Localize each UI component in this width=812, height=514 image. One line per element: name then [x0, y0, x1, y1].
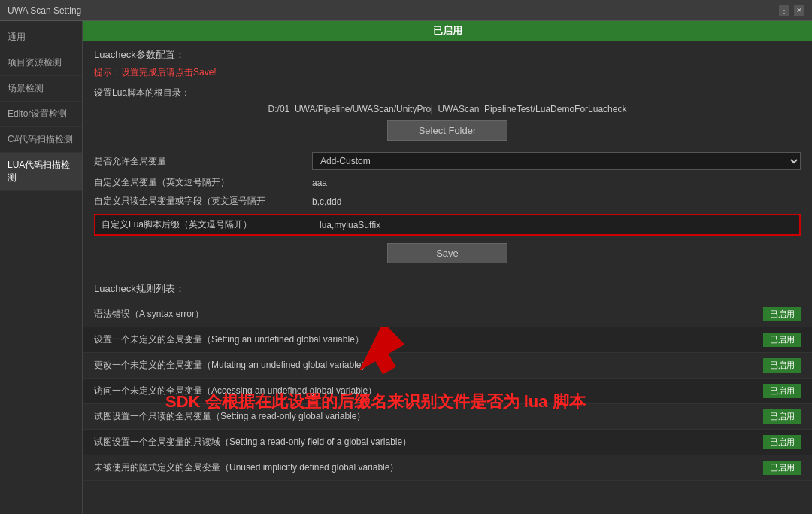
luacheck-section-title: Luacheck参数配置：	[94, 48, 801, 62]
rule-badge-4: 已启用	[763, 384, 801, 398]
rule-row-5: 试图设置一个只读的全局变量（Setting a read-only global…	[83, 404, 812, 430]
suffix-label: 自定义Lua脚本后缀（英文逗号隔开）	[102, 218, 312, 231]
window-title: UWA Scan Setting	[8, 5, 81, 16]
rule-badge-1: 已启用	[763, 307, 801, 321]
menu-button[interactable]: ⋮	[779, 5, 789, 16]
rule-row-4: 访问一个未定义的全局变量（Accessing an undefined glob…	[83, 379, 812, 404]
custom-global-label: 自定义全局变量（英文逗号隔开）	[94, 176, 304, 189]
rule-text-4: 访问一个未定义的全局变量（Accessing an undefined glob…	[94, 385, 377, 397]
save-button[interactable]: Save	[387, 243, 508, 263]
allow-global-select[interactable]: Add-Custom true false	[312, 152, 801, 170]
readonly-global-label: 自定义只读全局变量或字段（英文逗号隔开	[94, 195, 304, 208]
rule-badge-5: 已启用	[763, 409, 801, 424]
rule-badge-2: 已启用	[763, 333, 801, 347]
rule-text-5: 试图设置一个只读的全局变量（Setting a read-only global…	[94, 410, 365, 423]
select-folder-button[interactable]: Select Folder	[387, 120, 508, 141]
rule-text-6: 试图设置一个全局变量的只读域（Setting a read-only field…	[94, 436, 411, 449]
suffix-row: 自定义Lua脚本后缀（英文逗号隔开） lua,myluaSuffix	[94, 214, 801, 236]
rule-row-7: 未被使用的隐式定义的全局变量（Unused implicitly defined…	[83, 455, 812, 481]
rule-text-3: 更改一个未定义的全局变量（Mutating an undefined globa…	[94, 359, 370, 372]
sidebar: 通用 项目资源检测 场景检测 Editor设置检测 C#代码扫描检测 LUA代码…	[0, 21, 83, 514]
rule-row-2: 设置一个未定义的全局变量（Setting an undefined global…	[83, 327, 812, 353]
hint-text: 提示：设置完成后请点击Save!	[94, 66, 801, 79]
readonly-global-row: 自定义只读全局变量或字段（英文逗号隔开 b,c,ddd	[94, 195, 801, 208]
rule-badge-3: 已启用	[763, 358, 801, 373]
status-text: 已启用	[433, 25, 462, 36]
close-button[interactable]: ✕	[794, 5, 804, 16]
title-bar: UWA Scan Setting ⋮ ✕	[0, 0, 812, 21]
window-controls: ⋮ ✕	[779, 5, 804, 16]
rules-section-title: Luacheck规则列表：	[83, 282, 812, 296]
sidebar-item-scene[interactable]: 场景检测	[0, 76, 82, 102]
allow-global-row: 是否允许全局变量 Add-Custom true false	[94, 152, 801, 170]
rule-badge-7: 已启用	[763, 461, 801, 475]
main-layout: 通用 项目资源检测 场景检测 Editor设置检测 C#代码扫描检测 LUA代码…	[0, 21, 812, 514]
rule-badge-6: 已启用	[763, 435, 801, 449]
rule-row-1: 语法错误（A syntax error） 已启用	[83, 302, 812, 327]
sidebar-item-editor[interactable]: Editor设置检测	[0, 102, 82, 127]
sidebar-item-general[interactable]: 通用	[0, 25, 82, 50]
custom-global-value: aaa	[312, 178, 327, 188]
suffix-value: lua,myluaSuffix	[320, 220, 793, 230]
luacheck-section: Luacheck参数配置： 提示：设置完成后请点击Save! 设置Lua脚本的根…	[83, 41, 812, 282]
sidebar-item-csharp[interactable]: C#代码扫描检测	[0, 127, 82, 153]
rule-text-2: 设置一个未定义的全局变量（Setting an undefined global…	[94, 333, 364, 346]
content-area: 已启用 Luacheck参数配置： 提示：设置完成后请点击Save! 设置Lua…	[83, 21, 812, 514]
rule-text-7: 未被使用的隐式定义的全局变量（Unused implicitly defined…	[94, 461, 398, 474]
root-dir-label: 设置Lua脚本的根目录：	[94, 87, 801, 99]
rule-row-3: 更改一个未定义的全局变量（Mutating an undefined globa…	[83, 353, 812, 379]
custom-global-row: 自定义全局变量（英文逗号隔开） aaa	[94, 176, 801, 189]
readonly-global-value: b,c,ddd	[312, 196, 341, 207]
status-bar: 已启用	[83, 21, 812, 41]
rule-row-6: 试图设置一个全局变量的只读域（Setting a read-only field…	[83, 430, 812, 455]
rule-text-1: 语法错误（A syntax error）	[94, 308, 204, 321]
sidebar-item-project[interactable]: 项目资源检测	[0, 50, 82, 76]
allow-global-label: 是否允许全局变量	[94, 155, 304, 168]
content-wrapper: Luacheck参数配置： 提示：设置完成后请点击Save! 设置Lua脚本的根…	[83, 41, 812, 481]
sidebar-item-lua[interactable]: LUA代码扫描检测	[0, 153, 82, 191]
root-dir-path: D:/01_UWA/Pipeline/UWAScan/UnityProj_UWA…	[94, 104, 801, 114]
